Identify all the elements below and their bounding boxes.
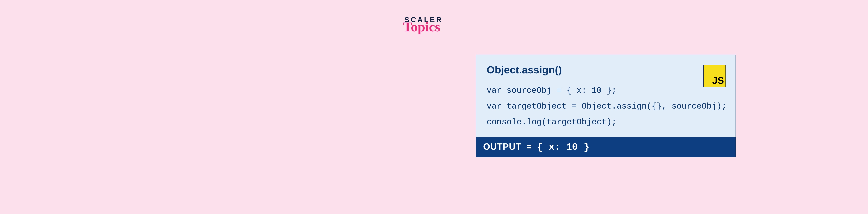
output-bar: OUTPUT = { x: 10 }	[476, 137, 736, 157]
logo-line2: Topics	[403, 22, 464, 32]
code-line-3: console.log(targetObject);	[487, 114, 725, 130]
card-title: Object.assign()	[487, 64, 725, 76]
scaler-topics-logo: SCALER Topics	[404, 15, 464, 32]
js-badge-text: JS	[712, 76, 724, 85]
output-label: OUTPUT	[483, 141, 521, 152]
card-body: JS Object.assign() var sourceObj = { x: …	[476, 55, 736, 137]
output-value: { x: 10 }	[537, 142, 589, 153]
code-line-1: var sourceObj = { x: 10 };	[487, 83, 725, 99]
code-line-2: var targetObject = Object.assign({}, sou…	[487, 99, 725, 114]
javascript-badge: JS	[704, 65, 726, 87]
code-card: JS Object.assign() var sourceObj = { x: …	[476, 55, 736, 157]
output-equals: =	[527, 141, 532, 152]
